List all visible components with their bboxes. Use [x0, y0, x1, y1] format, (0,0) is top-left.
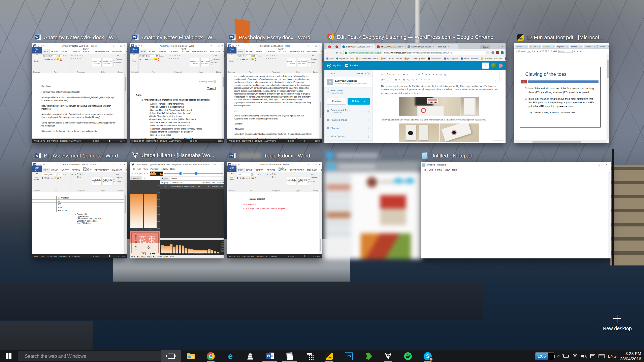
skype-button[interactable]: S1: [418, 350, 438, 362]
font-name[interactable]: Calibri (Body: [42, 54, 57, 57]
print-icon[interactable]: ▤: [518, 50, 520, 52]
prev-page-icon[interactable]: ◄: [536, 50, 538, 52]
outdent-icon[interactable]: ⇤: [416, 78, 418, 81]
volume-slider[interactable]: [164, 173, 182, 174]
redo-icon[interactable]: ↻: [141, 45, 142, 47]
sign-in[interactable]: Sign in: [227, 47, 236, 53]
editor-toolbar[interactable]: ▤Paragraph∨BI⁝≡⁝≡∞❞≡≡≡✓⊞@⋮ abcU—≣A▣⌫Ω⇤⇥↶…: [379, 72, 500, 82]
vlc-button[interactable]: [240, 350, 260, 362]
bookmark-item[interactable]: Apps: [326, 57, 334, 60]
minimize-button[interactable]: —: [493, 45, 496, 48]
font-group[interactable]: Arial10A ABIUabcx₂ x²abAFont: [236, 172, 265, 192]
maximize-button[interactable]: □: [599, 163, 600, 166]
playlist-columns[interactable]: PlayingArtist/albumTrack noTitle / track…: [160, 181, 224, 184]
ribbon-tab[interactable]: PAGE LAYOUT: [276, 47, 288, 53]
redo-icon[interactable]: ↻: [43, 45, 45, 47]
menu-item[interactable]: Help: [170, 168, 175, 170]
clipboard-group[interactable]: PasteClipboard: [32, 172, 41, 192]
ribbon-tab[interactable]: REVIEW: [222, 49, 224, 53]
playlist-rows[interactable]: ▸Utada Hikaru - Hanataba Wo Kimi...01Han…: [160, 184, 224, 238]
ribbon-tab[interactable]: MAILINGS: [306, 49, 319, 53]
sign-in[interactable]: Sign in: [130, 47, 139, 53]
ribbon-tab[interactable]: DESIGN: [70, 49, 82, 53]
sharing-section[interactable]: Sharing∨: [324, 124, 372, 132]
bookmark-item[interactable]: English Adv Stuff: [336, 57, 354, 60]
tab-new-tab[interactable]: New Tab✕: [436, 44, 458, 49]
thumb-label-anatomy-wk8[interactable]: WAnatomy Notes Wk8.docx - W...: [34, 33, 118, 42]
maximize-button[interactable]: □: [218, 163, 219, 166]
window-topic6[interactable]: W🖫↶↻Tamara Topic 6.docx - Word?—□✕ Sign …: [227, 162, 322, 258]
ribbon-tab[interactable]: FILE: [236, 49, 244, 53]
panel-tabs[interactable]: PropertiesVU: [130, 176, 160, 180]
pdf-tab[interactable]: Lecture...✕: [584, 45, 597, 48]
page-number-input[interactable]: 16: [527, 50, 531, 53]
editing-group[interactable]: EditingFindReplaceSelect: [115, 172, 127, 192]
bookmark-item[interactable]: Tiger Algebra: [444, 57, 458, 60]
scrollbar[interactable]: [319, 73, 322, 139]
minimize-button[interactable]: —: [311, 163, 313, 166]
menu-item[interactable]: Help: [452, 169, 457, 171]
back-icon[interactable]: ←: [326, 51, 329, 54]
align-center-icon[interactable]: ≡: [429, 73, 430, 76]
help-button[interactable]: ?: [308, 163, 309, 166]
maximize-button[interactable]: □: [315, 163, 316, 166]
undo-icon[interactable]: ↶: [40, 45, 42, 47]
ribbon-tab[interactable]: REVIEW: [319, 168, 322, 172]
menu-bar[interactable]: FileEditViewPlaybackLibraryHelp: [130, 167, 224, 171]
window-chrome-wordpress[interactable]: Edit Post ‹ Everyday Listen...✕ XBOX ONE…: [324, 43, 506, 143]
ribbon-tab[interactable]: INSERT: [254, 49, 265, 53]
close-button[interactable]: ✕: [318, 163, 320, 166]
maximize-button[interactable]: □: [120, 163, 122, 166]
ribbon-tab[interactable]: DESIGN: [70, 168, 82, 172]
horizontal-scrollbar[interactable]: ‹›: [160, 238, 224, 240]
task-view-button[interactable]: [162, 350, 181, 362]
close-button[interactable]: ✕: [502, 45, 504, 48]
extension-icon[interactable]: [496, 51, 499, 54]
document-area[interactable]: and episodic memories can exacerbate the…: [227, 73, 319, 139]
start-button[interactable]: [0, 350, 17, 362]
thumb-label-anatomy-final[interactable]: WAnatomy Notes Final.docx - W...: [132, 33, 216, 42]
redo-icon[interactable]: ↻: [238, 163, 240, 166]
tab-edit-post[interactable]: Edit Post ‹ Everyday Listen...✕: [340, 44, 375, 49]
text-color-icon[interactable]: A: [399, 78, 400, 81]
vertical-scrollbar[interactable]: [606, 54, 609, 140]
zoom-in-icon[interactable]: ⊕: [550, 50, 552, 52]
minimize-button[interactable]: —: [597, 44, 599, 46]
home-icon[interactable]: ⌂: [340, 51, 342, 54]
menu-icon[interactable]: ≡: [516, 50, 517, 52]
clipboard-group[interactable]: PasteClipboard: [32, 53, 41, 73]
ribbon-tab[interactable]: INSERT: [59, 49, 70, 53]
my-site-button[interactable]: WMy Site: [327, 63, 341, 67]
security-badge[interactable]: WordPress.com (Automattic, Inc.) [US]: [348, 51, 383, 54]
fit-page-icon[interactable]: ⊞: [542, 50, 544, 52]
paragraph-style-dropdown[interactable]: Paragraph∨: [385, 73, 401, 76]
wordpress-editor-main[interactable]: ▤Paragraph∨BI⁝≡⁝≡∞❞≡≡≡✓⊞@⋮ abcU—≣A▣⌫Ω⇤⇥↶…: [373, 70, 506, 143]
ribbon-tab[interactable]: REVIEW: [124, 49, 127, 53]
chrome-profile-button[interactable]: Ryan: [480, 45, 490, 49]
bookmark-item[interactable]: HTC One (M8) - xda-d: [356, 57, 378, 60]
window-anatomy-final[interactable]: W🖫↶↻Anatomy Notes Final.docx - Word?—□✕ …: [130, 43, 224, 143]
stop-button[interactable]: □: [131, 172, 132, 175]
horizontal-scrollbar[interactable]: [514, 140, 606, 143]
post-image-box-photos[interactable]: [381, 97, 498, 116]
menu-item[interactable]: View: [445, 169, 450, 171]
bookmark-item[interactable]: Bitrate Calculator: [461, 57, 478, 60]
editing-item[interactable]: Select: [116, 61, 126, 64]
site-card[interactable]: ◍Everyday Listeningeverydaylisteningblog…: [324, 77, 372, 87]
editing-group[interactable]: EditingFindReplaceSelect: [115, 53, 127, 73]
play-button[interactable]: ▷: [134, 172, 136, 175]
calculator-button[interactable]: [300, 350, 319, 362]
ribbon-tab[interactable]: REVIEW: [124, 168, 127, 172]
scrollbar[interactable]: [222, 73, 224, 139]
pdf-tab[interactable]: Assess...✕: [515, 45, 528, 48]
ribbon-tab[interactable]: HOME: [147, 49, 157, 53]
help-button[interactable]: ?: [210, 45, 212, 47]
more-icon[interactable]: ⋮: [495, 73, 497, 76]
window-foobar2000[interactable]: Utada Hikaru - [Hanataba Wo Kimini - Sin…: [130, 162, 224, 258]
preview-button[interactable]: Preview: [327, 98, 346, 105]
thumb-label-bio-assessment[interactable]: WBio Assessment 1b.docx - Word: [34, 151, 118, 160]
bullet-list-icon[interactable]: ⁝≡: [410, 73, 412, 76]
ribbon-tab[interactable]: FILE: [236, 168, 244, 172]
close-button[interactable]: ✕: [124, 45, 126, 47]
paragraph-group[interactable]: ⁝≡ ⁝≡ ☰ ⇅ ¶≡ ≡ ≡ ≣ ⌯Paragraph: [70, 53, 91, 73]
